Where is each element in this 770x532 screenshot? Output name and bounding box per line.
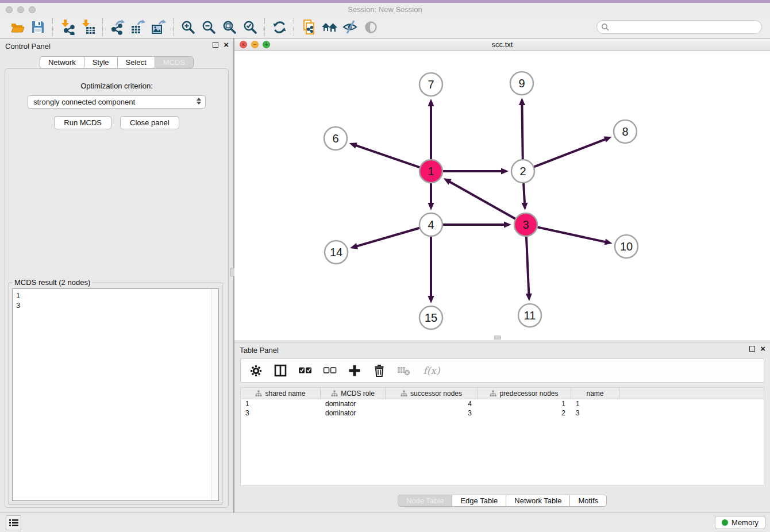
hierarchy-icon xyxy=(490,390,496,397)
import-network-icon[interactable] xyxy=(57,18,78,36)
cell-predecessor-nodes[interactable]: 2 xyxy=(478,408,571,418)
close-panel-icon[interactable]: × xyxy=(224,41,229,48)
tab-node-table[interactable]: Node Table xyxy=(398,495,453,507)
hierarchy-icon xyxy=(331,390,338,397)
tab-network-table[interactable]: Network Table xyxy=(506,495,570,507)
delete-column-trash-icon[interactable] xyxy=(372,364,386,377)
graph-edge-arrow xyxy=(350,243,358,249)
cell-name[interactable]: 3 xyxy=(571,408,619,418)
import-table-icon[interactable] xyxy=(78,18,98,36)
close-panel-button[interactable]: Close panel xyxy=(120,116,179,129)
column-header-name[interactable]: name xyxy=(571,388,619,399)
cell-successor-nodes[interactable]: 4 xyxy=(386,399,478,408)
optimization-criterion-select[interactable]: strongly connected component xyxy=(28,95,206,109)
graph-edge[interactable] xyxy=(355,145,422,168)
memory-button[interactable]: Memory xyxy=(715,516,765,529)
hierarchy-icon xyxy=(255,390,262,397)
unselect-all-icon[interactable] xyxy=(323,364,337,377)
save-icon[interactable] xyxy=(28,18,48,36)
column-header-predecessor-nodes[interactable]: predecessor nodes xyxy=(478,388,571,399)
zoom-fit-icon[interactable] xyxy=(219,18,240,36)
app-title: Session: New Session xyxy=(0,5,770,14)
graph-edge-arrow xyxy=(349,142,357,148)
toolbar-separator xyxy=(264,18,265,36)
table-row[interactable]: 3 dominator 3 2 3 xyxy=(241,408,764,418)
table-row[interactable]: 1 dominator 4 1 1 xyxy=(241,399,764,408)
column-header-mcds-role[interactable]: MCDS role xyxy=(321,388,386,399)
zoom-selected-icon[interactable] xyxy=(240,18,260,36)
table-header-row: shared name MCDS role successor nodes pr… xyxy=(241,388,764,399)
network-graph: 7968124314101511 xyxy=(234,51,770,340)
graph-edge-arrow xyxy=(504,222,511,228)
cell-name[interactable]: 1 xyxy=(571,399,619,408)
tab-edge-table[interactable]: Edge Table xyxy=(452,495,506,507)
graph-node-label: 3 xyxy=(522,218,529,231)
cell-shared-name[interactable]: 1 xyxy=(241,399,321,408)
tab-motifs[interactable]: Motifs xyxy=(569,495,607,507)
graph-edge[interactable] xyxy=(535,226,606,242)
function-builder-icon: f(x) xyxy=(422,364,441,377)
float-panel-icon[interactable] xyxy=(213,42,218,48)
result-scrollbar[interactable] xyxy=(211,289,218,500)
table-panel-tabs: Node Table Edge Table Network Table Moti… xyxy=(234,495,770,507)
show-all-eye-icon[interactable] xyxy=(360,18,381,36)
tab-network[interactable]: Network xyxy=(40,56,84,68)
graph-edge[interactable] xyxy=(522,104,522,162)
open-folder-icon[interactable] xyxy=(7,18,28,36)
split-columns-icon[interactable] xyxy=(274,364,287,377)
search-icon xyxy=(601,23,609,33)
graph-edge[interactable] xyxy=(523,180,525,204)
mcds-tab-pane: Optimization criterion: strongly connect… xyxy=(5,68,229,508)
main-toolbar xyxy=(0,16,770,38)
zoom-out-icon[interactable] xyxy=(198,18,219,36)
export-network-icon[interactable] xyxy=(107,18,128,36)
mcds-result-text[interactable]: 1 3 xyxy=(12,288,219,501)
network-window-titlebar: × − + scc.txt xyxy=(234,38,770,51)
graph-edge-arrow xyxy=(526,294,532,301)
float-table-panel-icon[interactable] xyxy=(749,346,755,352)
cell-mcds-role[interactable]: dominator xyxy=(321,399,386,408)
cell-mcds-role[interactable]: dominator xyxy=(321,408,386,418)
toolbar-separator xyxy=(102,18,103,36)
add-column-icon[interactable] xyxy=(348,364,361,377)
horizontal-splitter-grip[interactable] xyxy=(494,336,501,340)
cell-shared-name[interactable]: 3 xyxy=(241,408,321,418)
list-icon xyxy=(9,519,18,527)
settings-gear-icon[interactable] xyxy=(249,364,263,377)
status-bar: Memory xyxy=(0,512,770,532)
graph-node-label: 8 xyxy=(622,125,628,138)
mcds-result-legend: MCDS result (2 nodes) xyxy=(13,278,92,287)
graph-node-label: 1 xyxy=(428,165,434,178)
graph-edge[interactable] xyxy=(526,234,529,295)
hierarchy-icon xyxy=(401,390,407,397)
graph-edge[interactable] xyxy=(532,139,606,168)
network-canvas[interactable]: 7968124314101511 xyxy=(234,51,770,340)
tab-style[interactable]: Style xyxy=(84,56,118,68)
cell-successor-nodes[interactable]: 3 xyxy=(386,408,478,418)
graph-edge[interactable] xyxy=(449,182,518,220)
hide-selected-eye-icon[interactable] xyxy=(340,18,360,36)
first-neighbors-icon[interactable] xyxy=(319,18,340,36)
clone-network-icon[interactable] xyxy=(298,18,319,36)
toolbar-separator xyxy=(52,18,53,36)
search-input[interactable] xyxy=(596,20,762,34)
tab-select[interactable]: Select xyxy=(117,56,155,68)
column-header-successor-nodes[interactable]: successor nodes xyxy=(386,388,478,399)
graph-node-label: 6 xyxy=(332,132,338,145)
close-table-panel-icon[interactable]: × xyxy=(760,345,765,352)
graph-node-label: 7 xyxy=(428,78,434,91)
toolbar-separator xyxy=(294,18,294,36)
optimization-criterion-label: Optimization criterion: xyxy=(5,82,228,90)
cell-predecessor-nodes[interactable]: 1 xyxy=(478,399,571,408)
refresh-icon[interactable] xyxy=(269,18,290,36)
run-mcds-button[interactable]: Run MCDS xyxy=(54,116,111,129)
graph-edge-arrow xyxy=(605,239,613,245)
export-table-icon[interactable] xyxy=(128,18,148,36)
column-header-shared-name[interactable]: shared name xyxy=(241,388,321,399)
zoom-in-icon[interactable] xyxy=(178,18,198,36)
graph-edge[interactable] xyxy=(356,227,422,246)
export-image-icon[interactable] xyxy=(148,18,169,36)
tab-mcds[interactable]: MCDS xyxy=(155,56,194,68)
task-history-button[interactable] xyxy=(6,515,21,530)
select-all-icon[interactable] xyxy=(298,364,312,377)
